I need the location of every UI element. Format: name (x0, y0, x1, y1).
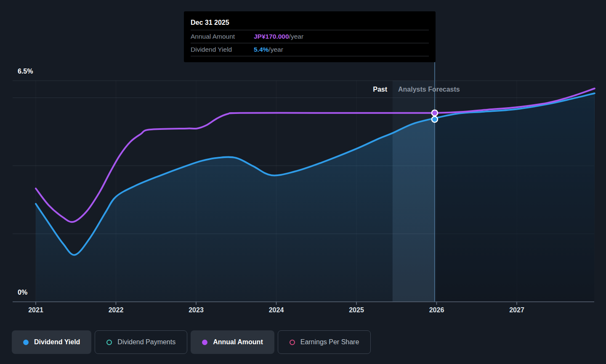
tooltip-label-annual-amount: Annual Amount (191, 33, 254, 40)
tooltip: Dec 31 2025 Annual Amount JP¥170.000 /ye… (184, 11, 436, 62)
annual-amount-marker-icon (202, 340, 207, 345)
legend-item-dividend-payments[interactable]: Dividend Payments (95, 330, 187, 354)
tooltip-date: Dec 31 2025 (191, 15, 429, 30)
tooltip-value-dividend-yield: 5.4% (254, 46, 268, 53)
past-zone-label: Past (345, 85, 387, 94)
y-axis-label-zero: 0% (18, 288, 27, 297)
legend-item-label: Dividend Yield (34, 338, 80, 346)
y-axis-label-max: 6.5% (18, 67, 33, 76)
hover-marker-dividend-yield (432, 116, 438, 122)
chart-legend: Dividend YieldDividend PaymentsAnnual Am… (12, 330, 371, 354)
dividend-payments-marker-icon (106, 340, 112, 345)
legend-item-label: Earnings Per Share (300, 338, 359, 346)
dividend-chart-page: 6.5% 0% Past Analysts Forecasts 20212022… (0, 0, 606, 364)
legend-item-label: Dividend Payments (117, 338, 175, 346)
forecast-zone-label: Analysts Forecasts (398, 85, 460, 94)
tooltip-value-annual-amount: JP¥170.000 (254, 33, 289, 40)
dividend-yield-marker-icon (23, 340, 29, 345)
legend-item-earnings-per-share[interactable]: Earnings Per Share (278, 330, 371, 354)
tooltip-suffix-dividend-yield: /year (268, 46, 283, 53)
tooltip-label-dividend-yield: Dividend Yield (191, 46, 254, 53)
hover-marker-annual-amount (432, 110, 438, 116)
legend-item-annual-amount[interactable]: Annual Amount (191, 330, 274, 354)
legend-item-dividend-yield[interactable]: Dividend Yield (12, 330, 91, 354)
tooltip-row-dividend-yield: Dividend Yield 5.4% /year (191, 43, 429, 56)
legend-item-label: Annual Amount (213, 338, 263, 346)
tooltip-row-annual-amount: Annual Amount JP¥170.000 /year (191, 30, 429, 43)
tooltip-suffix-annual-amount: /year (289, 33, 303, 40)
earnings-per-share-marker-icon (290, 340, 295, 345)
